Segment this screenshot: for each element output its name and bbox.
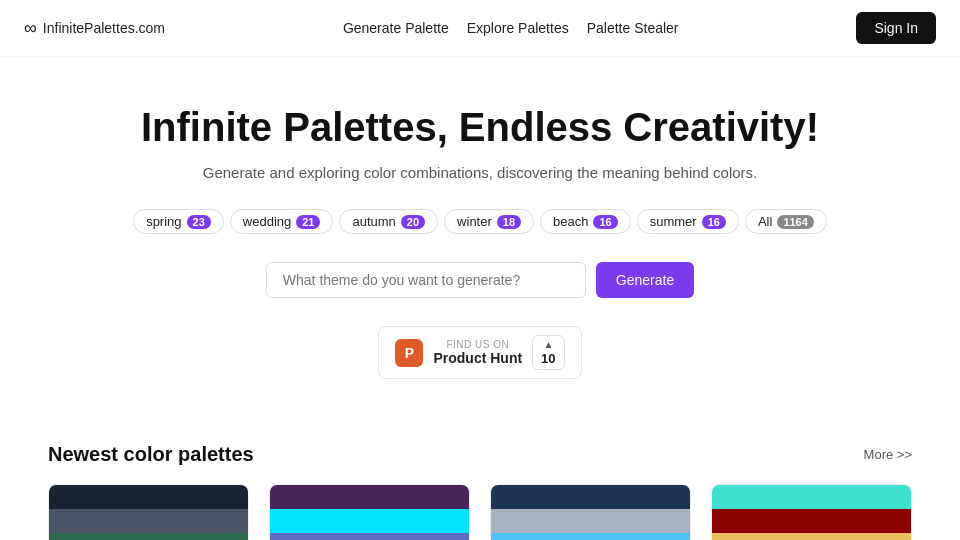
color-swatch: [491, 485, 690, 509]
color-swatch: [49, 485, 248, 509]
tag-item[interactable]: spring 23: [133, 209, 224, 234]
tag-name: autumn: [352, 214, 395, 229]
search-input[interactable]: [266, 262, 586, 298]
logo[interactable]: ∞ InfinitePalettes.com: [24, 18, 165, 39]
nav-generate[interactable]: Generate Palette: [335, 16, 457, 40]
tag-count: 21: [296, 215, 320, 229]
tag-item[interactable]: beach 16: [540, 209, 631, 234]
palette-swatches: [491, 485, 690, 540]
tag-count: 18: [497, 215, 521, 229]
palette-swatches: [270, 485, 469, 540]
palette-card[interactable]: deep navy, robot gray, emeral... This co…: [48, 484, 249, 540]
hero-section: Infinite Palettes, Endless Creativity! G…: [0, 57, 960, 443]
palettes-title: Newest color palettes: [48, 443, 254, 466]
color-swatch: [49, 509, 248, 533]
palettes-section: Newest color palettes More >> deep navy,…: [0, 443, 960, 540]
tag-count: 23: [187, 215, 211, 229]
nav-explore[interactable]: Explore Palettes: [459, 16, 577, 40]
logo-text: InfinitePalettes.com: [43, 20, 165, 36]
color-swatch: [712, 533, 911, 540]
palette-card[interactable]: royal purple, electric cyan, sla... This…: [269, 484, 470, 540]
hero-subtitle: Generate and exploring color combination…: [24, 164, 936, 181]
tag-name: spring: [146, 214, 181, 229]
tag-count: 1164: [777, 215, 813, 229]
color-swatch: [270, 509, 469, 533]
palette-swatches: [49, 485, 248, 540]
color-swatch: [491, 533, 690, 540]
tag-name: winter: [457, 214, 492, 229]
upvote-arrow: ▲: [543, 339, 553, 350]
tag-list: spring 23wedding 21autumn 20winter 18bea…: [24, 209, 936, 234]
nav-stealer[interactable]: Palette Stealer: [579, 16, 687, 40]
color-swatch: [270, 533, 469, 540]
product-hunt-upvote[interactable]: ▲ 10: [532, 335, 564, 370]
color-swatch: [491, 509, 690, 533]
tag-name: All: [758, 214, 772, 229]
tag-item[interactable]: autumn 20: [339, 209, 438, 234]
more-link[interactable]: More >>: [864, 447, 912, 462]
logo-icon: ∞: [24, 18, 37, 39]
palette-card[interactable]: #40e0d0 #8b0000: Turquois... This color …: [711, 484, 912, 540]
navbar: ∞ InfinitePalettes.com Generate Palette …: [0, 0, 960, 57]
tag-item[interactable]: All 1164: [745, 209, 827, 234]
palette-swatches: [712, 485, 911, 540]
tag-count: 16: [702, 215, 726, 229]
color-swatch: [712, 509, 911, 533]
signin-button[interactable]: Sign In: [856, 12, 936, 44]
hero-title: Infinite Palettes, Endless Creativity!: [24, 105, 936, 150]
palette-card[interactable]: core blue: #1d3557, tech silve... This v…: [490, 484, 691, 540]
tag-name: wedding: [243, 214, 291, 229]
product-hunt-name: Product Hunt: [433, 350, 522, 366]
tag-item[interactable]: summer 16: [637, 209, 739, 234]
color-swatch: [712, 485, 911, 509]
search-row: Generate: [24, 262, 936, 298]
color-swatch: [270, 485, 469, 509]
product-hunt-text: FIND US ON Product Hunt: [433, 339, 522, 366]
palettes-grid: deep navy, robot gray, emeral... This co…: [48, 484, 912, 540]
upvote-count: 10: [541, 351, 555, 366]
generate-button[interactable]: Generate: [596, 262, 694, 298]
tag-item[interactable]: winter 18: [444, 209, 534, 234]
tag-name: beach: [553, 214, 588, 229]
tag-item[interactable]: wedding 21: [230, 209, 334, 234]
palettes-header: Newest color palettes More >>: [48, 443, 912, 466]
tag-count: 20: [401, 215, 425, 229]
tag-name: summer: [650, 214, 697, 229]
tag-count: 16: [593, 215, 617, 229]
color-swatch: [49, 533, 248, 540]
product-hunt-find-label: FIND US ON: [433, 339, 522, 350]
product-hunt-badge[interactable]: P FIND US ON Product Hunt ▲ 10: [378, 326, 581, 379]
product-hunt-icon: P: [395, 339, 423, 367]
nav-links: Generate Palette Explore Palettes Palett…: [335, 16, 687, 40]
